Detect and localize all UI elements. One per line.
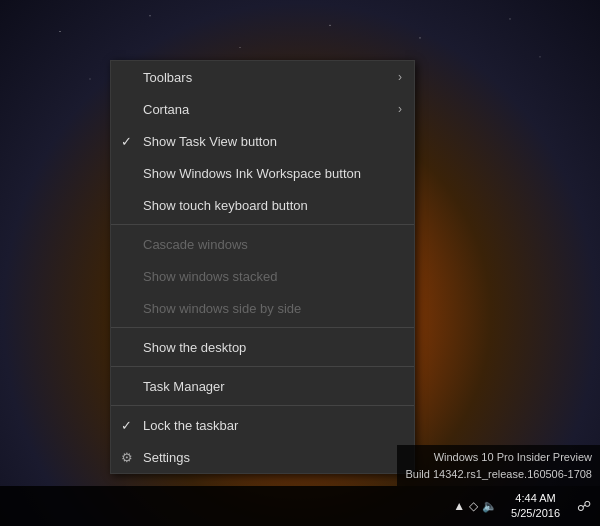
menu-item-show_task_view[interactable]: ✓Show Task View button (111, 125, 414, 157)
menu-divider (111, 327, 414, 328)
menu-divider (111, 405, 414, 406)
insider-line1: Windows 10 Pro Insider Preview (405, 449, 592, 466)
menu-item-label: Show windows side by side (143, 301, 301, 316)
gear-icon: ⚙ (121, 450, 133, 465)
submenu-arrow-icon: › (398, 102, 402, 116)
checkmark-icon: ✓ (121, 134, 132, 149)
menu-item-label: Show Windows Ink Workspace button (143, 166, 361, 181)
taskbar: ▲ ◇ 🔈 4:44 AM 5/25/2016 ☍ (0, 486, 600, 526)
insider-line2: Build 14342.rs1_release.160506-1708 (405, 466, 592, 483)
menu-item-task_manager[interactable]: Task Manager (111, 370, 414, 402)
menu-item-toolbars[interactable]: Toolbars› (111, 61, 414, 93)
menu-item-label: Cortana (143, 102, 189, 117)
insider-banner: Windows 10 Pro Insider Preview Build 143… (397, 445, 600, 486)
menu-item-label: Show touch keyboard button (143, 198, 308, 213)
menu-item-label: Lock the taskbar (143, 418, 238, 433)
context-menu: Toolbars›Cortana›✓Show Task View buttonS… (110, 60, 415, 474)
menu-divider (111, 224, 414, 225)
menu-item-label: Show windows stacked (143, 269, 277, 284)
taskbar-right: ▲ ◇ 🔈 4:44 AM 5/25/2016 ☍ (447, 486, 600, 526)
clock-date: 5/25/2016 (511, 506, 560, 521)
notification-button[interactable]: ☍ (568, 486, 600, 526)
menu-item-label: Show the desktop (143, 340, 246, 355)
network-icon[interactable]: ◇ (469, 499, 478, 513)
menu-item-label: Cascade windows (143, 237, 248, 252)
menu-item-show_ink_workspace[interactable]: Show Windows Ink Workspace button (111, 157, 414, 189)
menu-item-label: Toolbars (143, 70, 192, 85)
menu-item-label: Task Manager (143, 379, 225, 394)
menu-item-cascade_windows: Cascade windows (111, 228, 414, 260)
submenu-arrow-icon: › (398, 70, 402, 84)
menu-item-show_side_by_side: Show windows side by side (111, 292, 414, 324)
menu-item-cortana[interactable]: Cortana› (111, 93, 414, 125)
menu-item-lock_taskbar[interactable]: ✓Lock the taskbar (111, 409, 414, 441)
menu-item-show_touch_keyboard[interactable]: Show touch keyboard button (111, 189, 414, 221)
volume-icon[interactable]: 🔈 (482, 499, 497, 513)
tray-icons: ▲ ◇ 🔈 (447, 499, 503, 513)
menu-item-label: Settings (143, 450, 190, 465)
menu-item-show_stacked: Show windows stacked (111, 260, 414, 292)
chevron-icon[interactable]: ▲ (453, 499, 465, 513)
clock[interactable]: 4:44 AM 5/25/2016 (503, 486, 568, 526)
checkmark-icon: ✓ (121, 418, 132, 433)
menu-item-label: Show Task View button (143, 134, 277, 149)
menu-item-show_desktop[interactable]: Show the desktop (111, 331, 414, 363)
clock-time: 4:44 AM (515, 491, 555, 506)
menu-divider (111, 366, 414, 367)
menu-item-settings[interactable]: ⚙Settings (111, 441, 414, 473)
